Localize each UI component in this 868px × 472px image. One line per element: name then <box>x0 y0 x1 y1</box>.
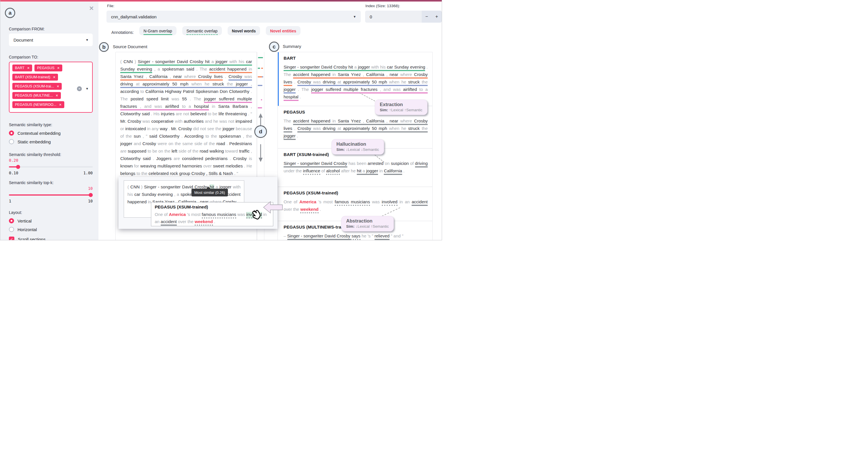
annotation-toggle[interactable]: Novel entities <box>266 26 301 35</box>
topk-label: Semantic similarity top-k: <box>9 180 93 185</box>
chevron-down-icon: ▼ <box>86 38 89 42</box>
threshold-label: Semantic similarity threshold: <box>9 152 93 157</box>
summary-panel-title: Summary <box>283 44 301 49</box>
layout-option[interactable]: Vertical <box>9 218 93 224</box>
summary-section[interactable]: BARTSinger - songwriter David Crosby hit… <box>278 52 432 106</box>
close-icon[interactable]: ✕ <box>89 5 94 12</box>
chevron-down-icon: ▼ <box>353 15 356 19</box>
threshold-min: 0.10 <box>9 171 19 175</box>
radio-unselected-icon[interactable] <box>9 227 14 232</box>
threshold-value: 0.20 <box>9 158 93 163</box>
abstraction-tooltip: Abstraction Sim: ↓Lexical ↑Semantic <box>341 216 394 231</box>
model-tag[interactable]: PEGASUS (XSUM-trai...✕ <box>12 83 62 90</box>
index-value[interactable]: 0 <box>365 11 422 23</box>
layout-options: VerticalHorizontal <box>9 218 93 232</box>
source-document-title: Source Document <box>113 44 147 49</box>
layout-option[interactable]: Horizontal <box>9 227 93 232</box>
minimap-overlap-dash <box>261 68 263 69</box>
index-input[interactable]: 0 − + <box>365 11 442 23</box>
chevron-down-icon[interactable]: ▼ <box>86 87 89 90</box>
comparison-to-label: Comparison TO: <box>9 55 93 59</box>
summary-text: Singer - songwriter David Crosby has bee… <box>284 160 428 175</box>
remove-tag-icon[interactable]: ✕ <box>55 94 58 98</box>
index-decrement-button[interactable]: − <box>422 11 432 23</box>
minimap-overlap-dash <box>262 76 263 77</box>
scroll-sections-label: Scroll sections <box>18 237 45 240</box>
comparison-to-multiselect[interactable]: BART✕PEGASUS✕BART (XSUM-trained)✕PEGASUS… <box>9 62 93 113</box>
threshold-max: 1.00 <box>83 171 93 175</box>
summary-text: The accident happened in Santa Ynez , Ca… <box>284 117 428 140</box>
remove-tag-icon[interactable]: ✕ <box>57 85 59 88</box>
model-tag[interactable]: PEGASUS (MULTINE...✕ <box>12 92 61 99</box>
minimap-overlap-dash <box>258 85 262 86</box>
summary-text: One of America 's most famous musicians … <box>284 198 428 213</box>
minimap-overlap-dash <box>258 107 262 108</box>
annotation-toggle[interactable]: N-Gram overlap <box>139 26 177 35</box>
comparison-to-tags: BART✕PEGASUS✕BART (XSUM-trained)✕PEGASUS… <box>12 65 77 108</box>
figure-label-c: c <box>269 42 279 52</box>
threshold-slider[interactable] <box>9 165 93 169</box>
extraction-tooltip: Extraction Sim: ↑Lexical ↑Semantic <box>375 100 427 115</box>
comparison-from-select[interactable]: Document ▼ <box>9 34 93 46</box>
cursor-hand-icon <box>251 209 262 222</box>
top-decoration-bar <box>0 0 442 1</box>
figure-label-d: d <box>254 125 267 138</box>
minimap-overlap-dash <box>261 99 262 100</box>
similarity-type-label: Semantic similarity type: <box>9 123 93 127</box>
radio-unselected-icon[interactable] <box>9 139 14 144</box>
radio-selected-icon[interactable] <box>9 131 14 136</box>
app-window: a ✕ Comparison FROM: Document ▼ Comparis… <box>0 0 442 240</box>
minimap-overlap-dash <box>258 76 262 77</box>
annotation-toggles: N-Gram overlapSemantic overlapNovel word… <box>139 26 301 35</box>
scroll-down-arrow-icon[interactable] <box>258 143 263 163</box>
checkbox-checked-icon[interactable]: ✓ <box>9 237 14 240</box>
figure-label-a: a <box>5 8 15 18</box>
remove-tag-icon[interactable]: ✕ <box>53 75 55 79</box>
model-tag[interactable]: PEGASUS (NEWSROO...✕ <box>12 101 64 108</box>
index-label: Index (Size: 13368): <box>365 4 400 8</box>
minimap-overlap-dash <box>258 68 260 69</box>
popup-summary-model-name: PEGASUS (XSUM-trained) <box>155 204 270 209</box>
summary-model-name: PEGASUS (XSUM-trained) <box>284 191 428 195</box>
remove-tag-icon[interactable]: ✕ <box>27 66 30 70</box>
clear-all-icon[interactable]: ✕ <box>77 86 82 91</box>
comparison-from-value: Document <box>13 38 33 42</box>
sidebar: a ✕ Comparison FROM: Document ▼ Comparis… <box>0 1 98 240</box>
annotation-toggle[interactable]: Semantic overlap <box>182 26 222 35</box>
remove-tag-icon[interactable]: ✕ <box>57 66 60 70</box>
model-tag[interactable]: BART (XSUM-trained)✕ <box>12 74 58 80</box>
annotation-toggle[interactable]: Novel words <box>228 26 260 35</box>
topk-min: 1 <box>9 199 11 203</box>
figure-label-b: b <box>99 42 109 52</box>
source-document-text: ( CNN ) Singer - songwriter David Crosby… <box>120 58 252 177</box>
comparison-from-label: Comparison FROM: <box>9 1 93 31</box>
similarity-type-option[interactable]: Static embedding <box>9 139 93 144</box>
topk-value: 10 <box>9 186 93 191</box>
model-tag[interactable]: BART✕ <box>12 65 32 71</box>
topk-slider[interactable] <box>9 193 93 197</box>
minimap-overlap-dash <box>258 57 263 58</box>
topk-max: 10 <box>88 199 93 203</box>
hallucination-tooltip: Hallucination Sim: ↓Lexical ↓Semantic <box>332 139 384 155</box>
callout-arrow-left-icon <box>263 201 283 214</box>
layout-label: Layout: <box>9 210 93 215</box>
model-tag[interactable]: PEGASUS✕ <box>34 65 62 71</box>
annotations-label: Annotations: <box>112 30 134 35</box>
index-increment-button[interactable]: + <box>432 11 442 23</box>
similarity-type-option[interactable]: Contextual embedding <box>9 131 93 136</box>
radio-selected-icon[interactable] <box>9 218 14 224</box>
most-similar-tooltip: Most similar (0.26) <box>191 189 228 196</box>
file-label: File: <box>107 4 115 8</box>
summary-text: Singer - songwriter David Crosby hit a j… <box>284 63 428 101</box>
file-value: cnn_dailymail.validation <box>111 14 156 19</box>
summary-text: – Singer - songwriter David Crosby says … <box>284 232 428 240</box>
summary-model-name: BART <box>284 56 428 61</box>
remove-tag-icon[interactable]: ✕ <box>59 103 61 107</box>
similarity-type-options: Contextual embeddingStatic embedding <box>9 131 93 144</box>
scroll-sections-row[interactable]: ✓ Scroll sections <box>9 237 93 240</box>
file-select[interactable]: cnn_dailymail.validation ▼ <box>106 11 361 23</box>
